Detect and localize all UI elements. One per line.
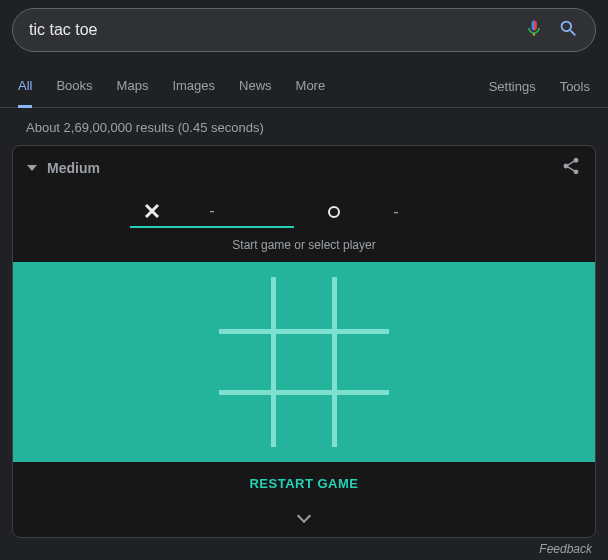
- cell-2-0[interactable]: [214, 395, 271, 452]
- player-x-selector[interactable]: -: [130, 196, 294, 228]
- cell-2-1[interactable]: [276, 395, 333, 452]
- board-area: [13, 262, 595, 462]
- player-o-selector[interactable]: -: [314, 196, 478, 228]
- cell-1-1[interactable]: [276, 334, 333, 391]
- tab-all[interactable]: All: [18, 66, 32, 108]
- mic-icon[interactable]: [524, 18, 544, 42]
- chevron-down-icon: [297, 509, 311, 523]
- tab-books[interactable]: Books: [56, 66, 92, 107]
- game-card: Medium - - Start game or select player: [12, 145, 596, 538]
- game-board: [214, 272, 394, 452]
- cell-2-2[interactable]: [337, 395, 394, 452]
- cell-0-1[interactable]: [276, 272, 333, 329]
- feedback-link[interactable]: Feedback: [0, 538, 608, 556]
- score-row: - -: [13, 190, 595, 230]
- x-icon: [144, 203, 160, 219]
- search-bar: [12, 8, 596, 52]
- game-hint: Start game or select player: [13, 230, 595, 262]
- restart-button[interactable]: RESTART GAME: [13, 462, 595, 501]
- o-icon: [328, 206, 340, 218]
- cell-1-0[interactable]: [214, 334, 271, 391]
- cell-0-2[interactable]: [337, 272, 394, 329]
- tab-settings[interactable]: Settings: [489, 67, 536, 106]
- search-actions: [524, 18, 587, 43]
- results-info: About 2,69,00,000 results (0.45 seconds): [0, 108, 608, 145]
- tab-more[interactable]: More: [296, 66, 326, 107]
- difficulty-selector[interactable]: Medium: [47, 160, 100, 176]
- chevron-down-icon[interactable]: [27, 165, 37, 171]
- tab-tools[interactable]: Tools: [560, 67, 590, 106]
- tab-maps[interactable]: Maps: [117, 66, 149, 107]
- tab-news[interactable]: News: [239, 66, 272, 107]
- search-input[interactable]: [29, 21, 524, 39]
- tabs: All Books Maps Images News More Settings…: [0, 66, 608, 108]
- tab-images[interactable]: Images: [172, 66, 215, 107]
- expand-button[interactable]: [13, 501, 595, 537]
- share-icon[interactable]: [561, 156, 581, 180]
- card-header: Medium: [13, 146, 595, 190]
- cell-0-0[interactable]: [214, 272, 271, 329]
- cell-1-2[interactable]: [337, 334, 394, 391]
- search-icon[interactable]: [558, 18, 579, 43]
